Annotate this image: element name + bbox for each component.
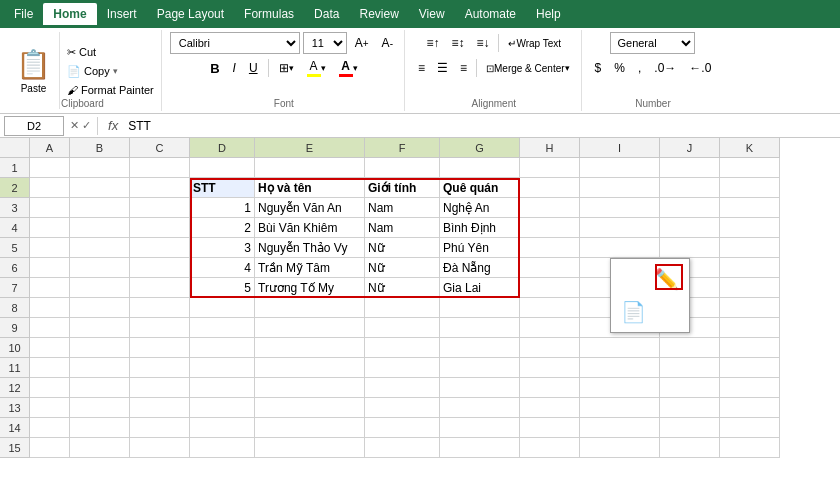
align-right-button[interactable]: ≡	[455, 57, 472, 79]
row-header-5[interactable]: 5	[0, 238, 30, 258]
cell-a8[interactable]	[30, 298, 70, 318]
menu-help[interactable]: Help	[526, 3, 571, 25]
cell-j1[interactable]	[660, 158, 720, 178]
cell-d8[interactable]	[190, 298, 255, 318]
font-shrink-button[interactable]: A-	[377, 32, 398, 54]
cell-e7[interactable]: Trương Tố My	[255, 278, 365, 298]
cell-g15[interactable]	[440, 438, 520, 458]
cell-d7[interactable]: 5	[190, 278, 255, 298]
cell-g9[interactable]	[440, 318, 520, 338]
cell-j15[interactable]	[660, 438, 720, 458]
cell-f1[interactable]	[365, 158, 440, 178]
formula-input[interactable]	[128, 119, 836, 133]
cell-f14[interactable]	[365, 418, 440, 438]
cell-j11[interactable]	[660, 358, 720, 378]
cell-e5[interactable]: Nguyễn Thảo Vy	[255, 238, 365, 258]
cell-a5[interactable]	[30, 238, 70, 258]
row-header-8[interactable]: 8	[0, 298, 30, 318]
cell-b1[interactable]	[70, 158, 130, 178]
cell-d2[interactable]: STT	[190, 178, 255, 198]
cell-b6[interactable]	[70, 258, 130, 278]
menu-formulas[interactable]: Formulas	[234, 3, 304, 25]
cell-k4[interactable]	[720, 218, 780, 238]
cell-c12[interactable]	[130, 378, 190, 398]
cell-i11[interactable]	[580, 358, 660, 378]
cell-g10[interactable]	[440, 338, 520, 358]
cell-a10[interactable]	[30, 338, 70, 358]
cell-a9[interactable]	[30, 318, 70, 338]
cell-d13[interactable]	[190, 398, 255, 418]
cell-d10[interactable]	[190, 338, 255, 358]
cell-g4[interactable]: Bình Định	[440, 218, 520, 238]
cell-c5[interactable]	[130, 238, 190, 258]
wrap-text-button[interactable]: ↵ Wrap Text	[503, 32, 566, 54]
cell-g12[interactable]	[440, 378, 520, 398]
cell-c11[interactable]	[130, 358, 190, 378]
cell-h5[interactable]	[520, 238, 580, 258]
cell-k8[interactable]	[720, 298, 780, 318]
cell-h15[interactable]	[520, 438, 580, 458]
cell-a11[interactable]	[30, 358, 70, 378]
cell-i12[interactable]	[580, 378, 660, 398]
cell-d14[interactable]	[190, 418, 255, 438]
cell-e9[interactable]	[255, 318, 365, 338]
cell-b13[interactable]	[70, 398, 130, 418]
col-header-a[interactable]: A	[30, 138, 70, 158]
row-header-3[interactable]: 3	[0, 198, 30, 218]
cell-f13[interactable]	[365, 398, 440, 418]
cell-b12[interactable]	[70, 378, 130, 398]
cell-b11[interactable]	[70, 358, 130, 378]
cell-k3[interactable]	[720, 198, 780, 218]
cell-g8[interactable]	[440, 298, 520, 318]
cell-b7[interactable]	[70, 278, 130, 298]
cell-e13[interactable]	[255, 398, 365, 418]
cell-e6[interactable]: Trần Mỹ Tâm	[255, 258, 365, 278]
cell-j10[interactable]	[660, 338, 720, 358]
cell-g11[interactable]	[440, 358, 520, 378]
cell-h11[interactable]	[520, 358, 580, 378]
cell-f8[interactable]	[365, 298, 440, 318]
cell-g3[interactable]: Nghệ An	[440, 198, 520, 218]
cell-h12[interactable]	[520, 378, 580, 398]
row-header-1[interactable]: 1	[0, 158, 30, 178]
comma-button[interactable]: ,	[633, 57, 646, 79]
cell-c1[interactable]	[130, 158, 190, 178]
align-bottom-button[interactable]: ≡↓	[471, 32, 494, 54]
format-painter-button[interactable]: 🖌 Format Painter	[64, 82, 157, 98]
cell-h1[interactable]	[520, 158, 580, 178]
cell-e3[interactable]: Nguyễn Văn An	[255, 198, 365, 218]
cell-d5[interactable]: 3	[190, 238, 255, 258]
cell-k2[interactable]	[720, 178, 780, 198]
cell-d9[interactable]	[190, 318, 255, 338]
cell-i5[interactable]	[580, 238, 660, 258]
decrease-decimal-button[interactable]: ←.0	[684, 57, 716, 79]
cell-b5[interactable]	[70, 238, 130, 258]
cell-h9[interactable]	[520, 318, 580, 338]
menu-automate[interactable]: Automate	[455, 3, 526, 25]
menu-view[interactable]: View	[409, 3, 455, 25]
align-top-button[interactable]: ≡↑	[421, 32, 444, 54]
cell-c8[interactable]	[130, 298, 190, 318]
cell-f4[interactable]: Nam	[365, 218, 440, 238]
cell-k15[interactable]	[720, 438, 780, 458]
cell-k12[interactable]	[720, 378, 780, 398]
cell-f9[interactable]	[365, 318, 440, 338]
menu-data[interactable]: Data	[304, 3, 349, 25]
cell-k1[interactable]	[720, 158, 780, 178]
cell-d1[interactable]	[190, 158, 255, 178]
align-left-button[interactable]: ≡	[413, 57, 430, 79]
cell-k13[interactable]	[720, 398, 780, 418]
cell-c15[interactable]	[130, 438, 190, 458]
cell-e11[interactable]	[255, 358, 365, 378]
cell-a14[interactable]	[30, 418, 70, 438]
col-header-f[interactable]: F	[365, 138, 440, 158]
col-header-k[interactable]: K	[720, 138, 780, 158]
cell-d15[interactable]	[190, 438, 255, 458]
cell-a2[interactable]	[30, 178, 70, 198]
cell-c2[interactable]	[130, 178, 190, 198]
cell-i1[interactable]	[580, 158, 660, 178]
row-header-11[interactable]: 11	[0, 358, 30, 378]
cell-b10[interactable]	[70, 338, 130, 358]
cell-k6[interactable]	[720, 258, 780, 278]
cell-h14[interactable]	[520, 418, 580, 438]
